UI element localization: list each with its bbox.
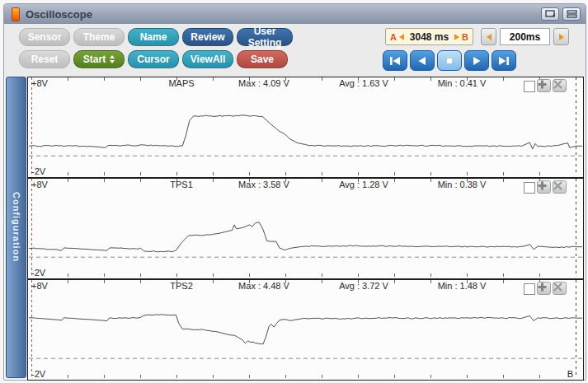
app-icon xyxy=(12,7,20,21)
window-title: Oscilloscope xyxy=(26,8,92,21)
scale-top-label: +8V xyxy=(31,281,48,291)
max-value: Max : 4.09 V xyxy=(238,78,289,88)
cursor-b-label: B xyxy=(462,32,468,42)
button-label: Start xyxy=(83,54,106,65)
button-label: Save xyxy=(251,54,274,65)
toolbar-row-2: ResetStartCursorViewAllSave xyxy=(19,50,288,68)
waveform-trace xyxy=(29,315,582,344)
channel-close-button[interactable] xyxy=(553,282,567,295)
avg-value: Avg : 1.28 V xyxy=(339,180,388,189)
plus-icon xyxy=(538,181,547,190)
stop-icon xyxy=(443,56,456,66)
channel-zoom-button[interactable] xyxy=(537,180,551,194)
button-label: Theme xyxy=(83,31,115,43)
timebase-increase-button[interactable] xyxy=(553,28,569,45)
close-icon xyxy=(553,80,562,89)
timebase-value[interactable]: 200ms xyxy=(500,28,550,45)
stack-windows-icon xyxy=(567,10,577,18)
close-icon xyxy=(553,181,562,190)
reset-button[interactable]: Reset xyxy=(19,50,70,68)
waveform-plot xyxy=(28,179,583,277)
channel-tps2: +8V-2VTPS2Max : 4.48 VAvg : 3.72 VMin : … xyxy=(27,279,584,381)
skip-end-icon xyxy=(497,56,510,66)
skip-start-icon xyxy=(388,56,402,66)
cursor-button[interactable]: Cursor xyxy=(128,50,179,68)
playback-step-back-button[interactable] xyxy=(410,50,435,71)
min-value: Min : 0.38 V xyxy=(438,180,487,189)
toolbar-row-1: SensorThemeNameReviewUser Setting xyxy=(19,28,293,46)
channel-select-checkbox[interactable] xyxy=(524,283,535,295)
review-button[interactable]: Review xyxy=(182,28,233,46)
min-value: Min : 0.41 V xyxy=(438,78,487,88)
ab-range-box[interactable]: A 3048 ms B xyxy=(385,28,473,45)
window-buttons xyxy=(541,7,581,21)
close-icon xyxy=(553,283,562,292)
oscilloscope-window: Oscilloscope SensorThemeNameReviewUser S… xyxy=(3,3,586,381)
playback-stop-button[interactable] xyxy=(437,50,462,71)
playback-skip-end-button[interactable] xyxy=(492,50,516,71)
button-label: Cursor xyxy=(137,54,169,65)
button-label: Name xyxy=(140,31,167,43)
stack-window-button[interactable] xyxy=(562,7,581,21)
scale-top-label: +8V xyxy=(31,180,48,189)
scale-bottom-label: -2V xyxy=(31,369,45,379)
max-value: Max : 4.48 V xyxy=(238,281,289,291)
channel-zoom-button[interactable] xyxy=(537,79,551,92)
button-label: Review xyxy=(191,31,224,43)
right-arrow-icon xyxy=(559,34,564,40)
channel-close-button[interactable] xyxy=(553,79,567,92)
ab-range-value: 3048 ms xyxy=(404,31,454,43)
save-button[interactable]: Save xyxy=(237,50,288,68)
step-back-icon xyxy=(416,56,429,66)
channel-select-checkbox[interactable] xyxy=(524,81,535,92)
start-button[interactable]: Start xyxy=(73,50,125,68)
channel-tps1: +8V-2VTPS1Max : 3.58 VAvg : 1.28 VMin : … xyxy=(27,178,584,279)
channel-name: TPS1 xyxy=(170,180,193,189)
button-label: User Setting xyxy=(238,26,292,49)
channel-zoom-button[interactable] xyxy=(537,282,551,295)
scale-bottom-label: -2V xyxy=(31,166,45,176)
start-spinner-icon xyxy=(110,55,115,63)
button-label: Reset xyxy=(31,54,59,65)
name-button[interactable]: Name xyxy=(128,28,179,46)
b-right-arrow-icon xyxy=(454,34,459,40)
sensor-button[interactable]: Sensor xyxy=(19,28,70,46)
popout-window-icon xyxy=(545,10,556,18)
left-arrow-icon xyxy=(487,34,492,40)
plus-icon xyxy=(538,80,547,89)
scale-top-label: +8V xyxy=(31,78,48,88)
play-icon xyxy=(470,56,483,66)
channel-select-checkbox[interactable] xyxy=(524,182,535,194)
channel-name: MAPS xyxy=(168,78,194,88)
viewall-button[interactable]: ViewAll xyxy=(182,50,233,68)
cursor-b-label: B xyxy=(567,369,573,379)
button-label: ViewAll xyxy=(191,54,225,65)
playback-play-button[interactable] xyxy=(464,50,489,71)
channel-close-button[interactable] xyxy=(553,180,567,194)
playback-controls xyxy=(383,50,516,71)
button-label: Sensor xyxy=(28,31,62,43)
user-setting-button[interactable]: User Setting xyxy=(237,28,293,46)
channel-maps: +8V-2VMAPSMax : 4.09 VAvg : 1.63 VMin : … xyxy=(27,77,584,178)
playback-skip-start-button[interactable] xyxy=(383,50,407,71)
channel-name: TPS2 xyxy=(170,281,193,291)
toolbar: SensorThemeNameReviewUser Setting ResetS… xyxy=(4,24,586,77)
configuration-label: Configuration xyxy=(12,192,21,262)
waveform-plot xyxy=(28,280,583,378)
popout-window-button[interactable] xyxy=(541,7,559,21)
min-value: Min : 1.48 V xyxy=(438,281,487,291)
waveform-plot xyxy=(28,77,583,175)
titlebar: Oscilloscope xyxy=(4,4,586,24)
avg-value: Avg : 1.63 V xyxy=(339,78,388,88)
scale-bottom-label: -2V xyxy=(31,268,45,278)
cursor-a-label: A xyxy=(390,32,397,42)
channels: +8V-2VMAPSMax : 4.09 VAvg : 1.63 VMin : … xyxy=(27,77,584,379)
waveform-trace xyxy=(29,115,582,149)
max-value: Max : 3.58 V xyxy=(238,180,289,189)
configuration-tab[interactable]: Configuration xyxy=(6,77,26,378)
plus-icon xyxy=(538,283,547,292)
timebase-decrease-button[interactable] xyxy=(481,28,496,45)
theme-button[interactable]: Theme xyxy=(73,28,125,46)
avg-value: Avg : 3.72 V xyxy=(339,281,388,291)
waveform-trace xyxy=(29,222,582,252)
